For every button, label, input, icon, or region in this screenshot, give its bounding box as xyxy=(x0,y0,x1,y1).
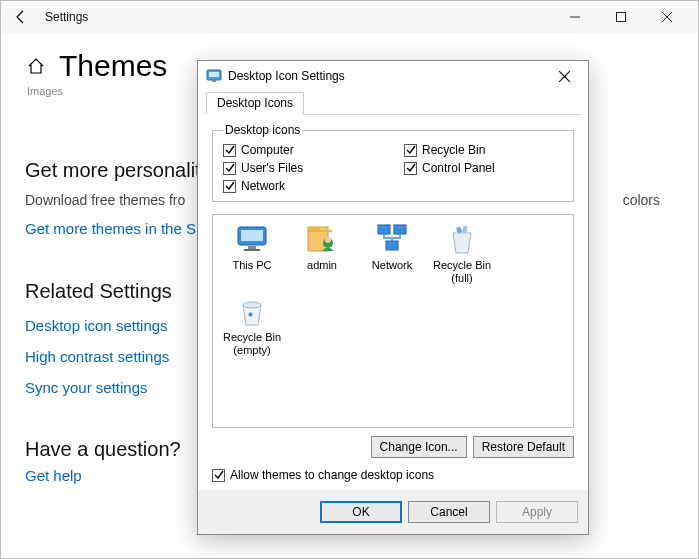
dialog-title: Desktop Icon Settings xyxy=(228,69,345,83)
recycle-empty-icon xyxy=(234,293,270,329)
close-button[interactable] xyxy=(644,1,690,33)
preview-icon-network[interactable]: Network xyxy=(357,221,427,293)
svg-rect-12 xyxy=(394,225,406,234)
icon-label: This PC xyxy=(232,259,271,272)
personality-body: Download free themes fro xyxy=(25,192,185,208)
checkbox-label: Recycle Bin xyxy=(422,143,485,157)
svg-rect-7 xyxy=(248,246,256,249)
checkbox-control-panel[interactable]: Control Panel xyxy=(404,161,563,175)
desktop-icons-group: Desktop icons ComputerRecycle BinUser's … xyxy=(212,123,574,202)
back-button[interactable] xyxy=(9,5,33,29)
svg-rect-8 xyxy=(244,249,260,251)
network-icon xyxy=(374,221,410,257)
svg-rect-11 xyxy=(378,225,390,234)
dialog-titlebar: Desktop Icon Settings xyxy=(198,61,588,91)
checkbox-icon xyxy=(404,144,417,157)
checkbox-icon xyxy=(223,180,236,193)
svg-rect-1 xyxy=(617,13,626,22)
icon-label: admin xyxy=(307,259,337,272)
preview-icon-this-pc[interactable]: This PC xyxy=(217,221,287,293)
dialog-close-button[interactable] xyxy=(548,64,580,88)
get-help-link[interactable]: Get help xyxy=(25,467,82,484)
checkbox-icon xyxy=(404,162,417,175)
apply-button: Apply xyxy=(496,501,578,523)
dialog-icon xyxy=(206,68,222,84)
checkbox-label: User's Files xyxy=(241,161,303,175)
checkbox-network[interactable]: Network xyxy=(223,179,382,193)
home-icon xyxy=(25,55,47,77)
allow-themes-label: Allow themes to change desktop icons xyxy=(230,468,434,482)
icon-label: Network xyxy=(372,259,412,272)
checkbox-computer[interactable]: Computer xyxy=(223,143,382,157)
personality-body-suffix: colors xyxy=(623,192,660,208)
cancel-button[interactable]: Cancel xyxy=(408,501,490,523)
svg-point-10 xyxy=(325,237,331,243)
restore-default-button[interactable]: Restore Default xyxy=(473,436,574,458)
checkbox-user-s-files[interactable]: User's Files xyxy=(223,161,382,175)
recycle-full-icon xyxy=(444,221,480,257)
preview-icon-recycle-full[interactable]: Recycle Bin (full) xyxy=(427,221,497,293)
admin-icon xyxy=(304,221,340,257)
dialog-tabs: Desktop Icons xyxy=(206,91,580,115)
settings-titlebar: Settings xyxy=(1,1,698,33)
svg-rect-4 xyxy=(212,80,216,82)
ok-button[interactable]: OK xyxy=(320,501,402,523)
svg-point-16 xyxy=(243,302,261,308)
icon-label: Recycle Bin (full) xyxy=(427,259,497,284)
change-icon-button[interactable]: Change Icon... xyxy=(371,436,467,458)
maximize-button[interactable] xyxy=(598,1,644,33)
preview-icon-admin[interactable]: admin xyxy=(287,221,357,293)
svg-rect-13 xyxy=(386,241,398,250)
icon-label: Recycle Bin (empty) xyxy=(217,331,287,356)
preview-icon-recycle-empty[interactable]: Recycle Bin (empty) xyxy=(217,293,287,365)
checkbox-recycle-bin[interactable]: Recycle Bin xyxy=(404,143,563,157)
allow-themes-checkbox[interactable]: Allow themes to change desktop icons xyxy=(212,468,574,482)
svg-rect-3 xyxy=(209,72,219,77)
group-legend: Desktop icons xyxy=(223,123,302,137)
page-title: Themes xyxy=(59,49,167,83)
checkbox-label: Computer xyxy=(241,143,294,157)
checkbox-icon xyxy=(223,162,236,175)
checkbox-label: Control Panel xyxy=(422,161,495,175)
this-pc-icon xyxy=(234,221,270,257)
checkbox-icon xyxy=(223,144,236,157)
get-more-themes-link[interactable]: Get more themes in the S xyxy=(25,220,196,237)
tab-desktop-icons[interactable]: Desktop Icons xyxy=(206,92,304,115)
app-title: Settings xyxy=(45,10,88,24)
checkbox-label: Network xyxy=(241,179,285,193)
dialog-footer: OK Cancel Apply xyxy=(198,490,588,534)
svg-rect-6 xyxy=(241,230,263,241)
desktop-icon-settings-dialog: Desktop Icon Settings Desktop Icons Desk… xyxy=(197,60,589,535)
icon-preview-box: This PCadminNetworkRecycle Bin (full) Re… xyxy=(212,214,574,428)
minimize-button[interactable] xyxy=(552,1,598,33)
